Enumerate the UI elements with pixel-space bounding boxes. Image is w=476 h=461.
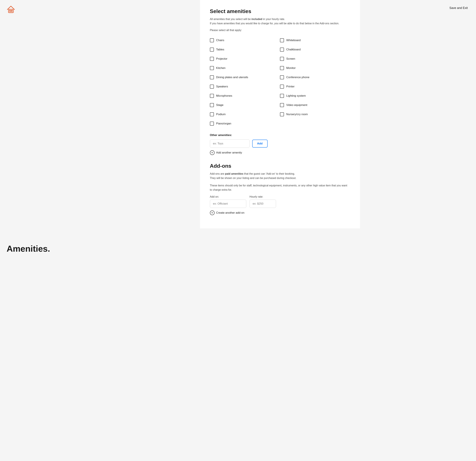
amenity-dining[interactable]: Dining plates and utensils	[210, 73, 280, 82]
checkbox-stage[interactable]	[210, 103, 214, 107]
checkbox-projector[interactable]	[210, 57, 214, 61]
other-amenity-input-row: Add	[210, 139, 350, 148]
amenity-podium[interactable]: Podium	[210, 110, 280, 119]
amenities-description: All amenities that you select will be in…	[210, 17, 350, 25]
amenity-video[interactable]: Video equipment	[280, 101, 350, 110]
addon-hourly-input[interactable]	[250, 200, 276, 208]
amenity-stage[interactable]: Stage	[210, 101, 280, 110]
addons-section: Add-ons Add-ons are paid amenities that …	[210, 163, 350, 215]
other-amenities-section: Other amenities: Add + Add another ameni…	[210, 134, 350, 155]
checkbox-video[interactable]	[280, 103, 284, 107]
checkbox-nursery[interactable]	[280, 112, 284, 116]
amenity-microphones[interactable]: Microphones	[210, 91, 280, 101]
left-title: Amenities.	[7, 244, 50, 254]
left-panel: Amenities.	[0, 0, 200, 461]
amenities-grid: Chairs Tables Projector Kitchen	[210, 36, 350, 128]
plus-circle-addon-icon: +	[210, 210, 214, 215]
create-another-addon-link[interactable]: + Create another add-on	[210, 210, 350, 215]
amenities-right-col: Whiteboard Chalkboard Screen Monito	[280, 36, 350, 128]
amenity-piano[interactable]: Piano/organ	[210, 119, 280, 128]
other-amenity-input[interactable]	[210, 139, 250, 148]
amenity-kitchen[interactable]: Kitchen	[210, 63, 280, 73]
page-title: Amenities.	[7, 244, 50, 254]
addon-on-input[interactable]	[210, 200, 246, 208]
save-exit-button[interactable]: Save and Exit	[449, 5, 468, 11]
addons-description-2: These items should only be for staff, te…	[210, 184, 350, 192]
checkbox-podium[interactable]	[210, 112, 214, 116]
svg-rect-3	[11, 10, 12, 11]
checkbox-chairs[interactable]	[210, 38, 214, 42]
checkbox-kitchen[interactable]	[210, 66, 214, 70]
checkbox-whiteboard[interactable]	[280, 38, 284, 42]
checkbox-printer[interactable]	[280, 84, 284, 89]
amenity-conference-phone[interactable]: Conference phone	[280, 73, 350, 82]
amenity-lighting[interactable]: Lighting system	[280, 91, 350, 101]
amenities-section: Select amenities All amenities that you …	[210, 8, 350, 155]
amenity-chalkboard[interactable]: Chalkboard	[280, 45, 350, 54]
select-label: Please select all that apply:	[210, 29, 350, 32]
logo-area	[7, 5, 193, 14]
addon-on-field: Add on:	[210, 195, 246, 208]
amenity-monitor[interactable]: Monitor	[280, 63, 350, 73]
amenity-tables[interactable]: Tables	[210, 45, 280, 54]
add-another-amenity-link[interactable]: + Add another amenity	[210, 150, 350, 155]
plus-circle-icon: +	[210, 150, 214, 155]
checkbox-piano[interactable]	[210, 122, 214, 126]
amenity-projector[interactable]: Projector	[210, 54, 280, 63]
checkbox-microphones[interactable]	[210, 94, 214, 98]
addons-description-1: Add-ons are paid amenities that the gues…	[210, 172, 350, 180]
checkbox-dining[interactable]	[210, 75, 214, 79]
amenity-chairs[interactable]: Chairs	[210, 36, 280, 45]
checkbox-screen[interactable]	[280, 57, 284, 61]
checkbox-lighting[interactable]	[280, 94, 284, 98]
checkbox-tables[interactable]	[210, 48, 214, 51]
amenity-printer[interactable]: Printer	[280, 82, 350, 91]
add-another-label: Add another amenity	[216, 151, 242, 154]
addon-hourly-field: Hourly rate:	[250, 195, 276, 208]
addon-hourly-label: Hourly rate:	[250, 195, 276, 198]
amenity-whiteboard[interactable]: Whiteboard	[280, 36, 350, 45]
other-amenities-label: Other amenities:	[210, 134, 350, 137]
checkbox-monitor[interactable]	[280, 66, 284, 70]
addons-title: Add-ons	[210, 163, 350, 169]
checkbox-conference-phone[interactable]	[280, 75, 284, 79]
svg-rect-2	[9, 10, 11, 11]
checkbox-speakers[interactable]	[210, 84, 214, 89]
checkbox-chalkboard[interactable]	[280, 48, 284, 51]
logo-icon[interactable]	[7, 5, 15, 14]
add-amenity-button[interactable]: Add	[252, 140, 268, 148]
amenities-left-col: Chairs Tables Projector Kitchen	[210, 36, 280, 128]
addon-on-label: Add on:	[210, 195, 246, 198]
right-panel: Select amenities All amenities that you …	[200, 0, 360, 228]
amenity-screen[interactable]: Screen	[280, 54, 350, 63]
create-another-label: Create another add-on	[216, 211, 245, 214]
top-nav: Save and Exit	[449, 5, 468, 11]
amenities-title: Select amenities	[210, 8, 350, 14]
svg-rect-4	[9, 12, 12, 12]
addons-inputs-row: Add on: Hourly rate:	[210, 195, 350, 208]
amenity-nursery[interactable]: Nursery/cry room	[280, 110, 350, 119]
amenity-speakers[interactable]: Speakers	[210, 82, 280, 91]
